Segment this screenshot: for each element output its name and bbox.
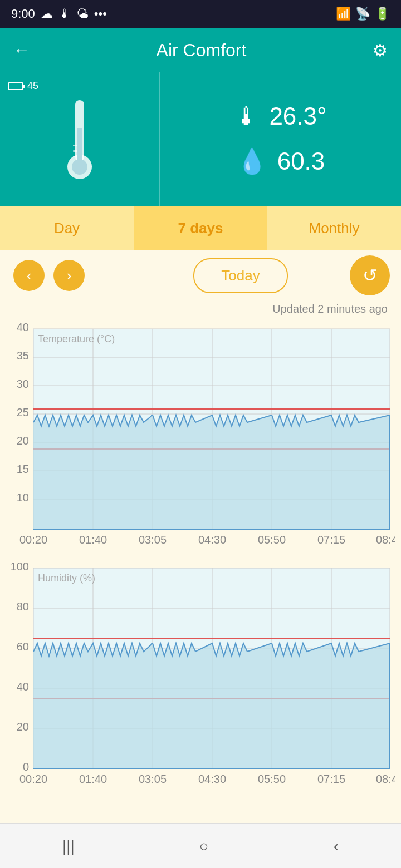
- svg-text:40: 40: [17, 321, 29, 333]
- weather-icon: 🌤: [76, 7, 89, 21]
- humidity-chart-svg: 100 80 60 40 20 0 Humidity (%) 00:20 01:…: [6, 557, 395, 791]
- svg-text:30: 30: [17, 378, 29, 390]
- svg-text:0: 0: [23, 761, 29, 773]
- svg-text:08:40: 08:40: [376, 534, 395, 546]
- status-left: 9:00 ☁ 🌡 🌤 •••: [11, 7, 107, 21]
- humidity-icon: 💧: [237, 147, 267, 176]
- svg-text:00:20: 00:20: [19, 773, 47, 785]
- wifi-icon: 📶: [336, 7, 351, 21]
- svg-point-3: [72, 159, 87, 175]
- svg-text:25: 25: [17, 406, 29, 418]
- more-icon: •••: [94, 7, 107, 21]
- tab-7days[interactable]: 7 days: [134, 206, 267, 250]
- battery-status-icon: 🔋: [375, 7, 390, 21]
- battery-level: 45: [27, 80, 38, 91]
- temperature-value: 26.3°: [269, 102, 326, 130]
- humidity-chart: 100 80 60 40 20 0 Humidity (%) 00:20 01:…: [6, 557, 395, 791]
- sensor-panel: 45 🌡 26.3° 💧 60.3: [0, 72, 401, 206]
- svg-text:35: 35: [17, 349, 29, 362]
- svg-text:Temperature (°C): Temperature (°C): [38, 333, 115, 344]
- thermometer-icon: [57, 95, 102, 184]
- svg-text:60: 60: [17, 640, 29, 653]
- tab-monthly[interactable]: Monthly: [267, 206, 401, 250]
- tab-day[interactable]: Day: [0, 206, 134, 250]
- temp-icon: 🌡: [58, 7, 71, 21]
- next-button[interactable]: ›: [53, 260, 85, 291]
- bottom-nav: ||| ○ ‹: [0, 823, 401, 868]
- svg-text:03:05: 03:05: [139, 773, 167, 785]
- home-button[interactable]: ○: [199, 837, 209, 855]
- svg-text:10: 10: [17, 491, 29, 504]
- back-nav-button[interactable]: ‹: [334, 837, 339, 855]
- back-button[interactable]: ←: [13, 41, 30, 60]
- recent-apps-button[interactable]: |||: [62, 837, 75, 855]
- thermometer-reading-icon: 🌡: [234, 102, 259, 130]
- svg-text:01:40: 01:40: [79, 534, 107, 546]
- svg-text:07:15: 07:15: [317, 773, 345, 785]
- temperature-chart: 40 35 30 25 20 15 10 Temperature (°C) 00…: [6, 318, 395, 551]
- svg-rect-4: [73, 145, 77, 146]
- svg-text:00:20: 00:20: [19, 534, 47, 546]
- humidity-reading: 💧 60.3: [237, 147, 325, 176]
- controls-row: ‹ › Today ↺: [0, 250, 401, 300]
- status-time: 9:00: [11, 7, 35, 21]
- temperature-chart-svg: 40 35 30 25 20 15 10 Temperature (°C) 00…: [6, 318, 395, 551]
- prev-button[interactable]: ‹: [13, 260, 45, 291]
- svg-text:80: 80: [17, 600, 29, 613]
- status-right: 📶 📡 🔋: [336, 7, 390, 21]
- svg-rect-5: [73, 150, 77, 152]
- svg-text:01:40: 01:40: [79, 773, 107, 785]
- sensor-right: 🌡 26.3° 💧 60.3: [160, 72, 401, 206]
- svg-text:04:30: 04:30: [198, 534, 226, 546]
- svg-text:100: 100: [11, 560, 29, 573]
- svg-text:04:30: 04:30: [198, 773, 226, 785]
- page-title: Air Comfort: [157, 40, 247, 61]
- svg-text:20: 20: [17, 435, 29, 447]
- svg-text:20: 20: [17, 721, 29, 733]
- svg-text:05:50: 05:50: [258, 534, 286, 546]
- svg-text:05:50: 05:50: [258, 773, 286, 785]
- temperature-reading: 🌡 26.3°: [234, 102, 326, 130]
- svg-text:15: 15: [17, 463, 29, 475]
- svg-text:07:15: 07:15: [317, 534, 345, 546]
- svg-text:08:40: 08:40: [376, 773, 395, 785]
- updated-text: Updated 2 minutes ago: [0, 300, 401, 318]
- svg-text:40: 40: [17, 680, 29, 693]
- signal-icon: 📡: [355, 7, 370, 21]
- chart-container: 40 35 30 25 20 15 10 Temperature (°C) 00…: [0, 318, 401, 841]
- svg-text:Humidity (%): Humidity (%): [38, 573, 95, 584]
- status-bar: 9:00 ☁ 🌡 🌤 ••• 📶 📡 🔋: [0, 0, 401, 28]
- refresh-button[interactable]: ↺: [350, 255, 390, 295]
- today-button[interactable]: Today: [193, 258, 287, 293]
- humidity-value: 60.3: [277, 147, 325, 175]
- battery-icon: [8, 82, 23, 90]
- settings-button[interactable]: ⚙: [373, 41, 388, 60]
- svg-rect-6: [73, 156, 77, 157]
- battery-badge: 45: [8, 80, 38, 92]
- svg-text:03:05: 03:05: [139, 534, 167, 546]
- cloud-icon: ☁: [41, 7, 53, 21]
- sensor-left: 45: [0, 72, 160, 206]
- app-header: ← Air Comfort ⚙: [0, 28, 401, 72]
- tabs-container: Day 7 days Monthly: [0, 206, 401, 250]
